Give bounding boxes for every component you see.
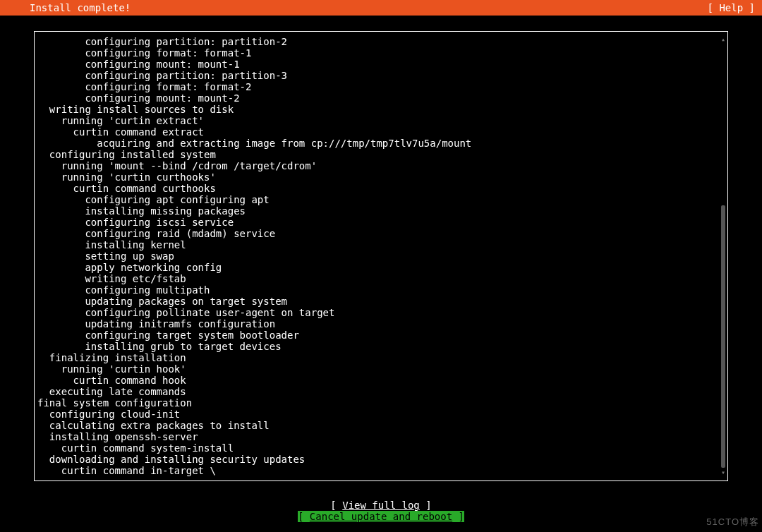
help-button[interactable]: [ Help ] bbox=[708, 2, 755, 13]
scroll-track[interactable] bbox=[721, 44, 725, 468]
log-panel: configuring partition: partition-2 confi… bbox=[34, 31, 728, 481]
log-content: configuring partition: partition-2 confi… bbox=[37, 36, 720, 476]
header-bar: Install complete! [ Help ] bbox=[0, 0, 762, 16]
scrollbar[interactable]: ▴ ▾ bbox=[721, 36, 725, 476]
watermark: 51CTO博客 bbox=[706, 516, 759, 528]
scroll-down-icon[interactable]: ▾ bbox=[721, 469, 725, 476]
header-title: Install complete! bbox=[7, 2, 131, 13]
view-full-log-button[interactable]: [ View full log ] bbox=[330, 500, 431, 511]
cancel-update-reboot-button[interactable]: [ Cancel update and reboot ] bbox=[298, 511, 464, 522]
button-bar: [ View full log ] [ Cancel update and re… bbox=[0, 500, 762, 522]
scroll-thumb[interactable] bbox=[721, 205, 725, 468]
scroll-up-icon[interactable]: ▴ bbox=[721, 36, 725, 43]
